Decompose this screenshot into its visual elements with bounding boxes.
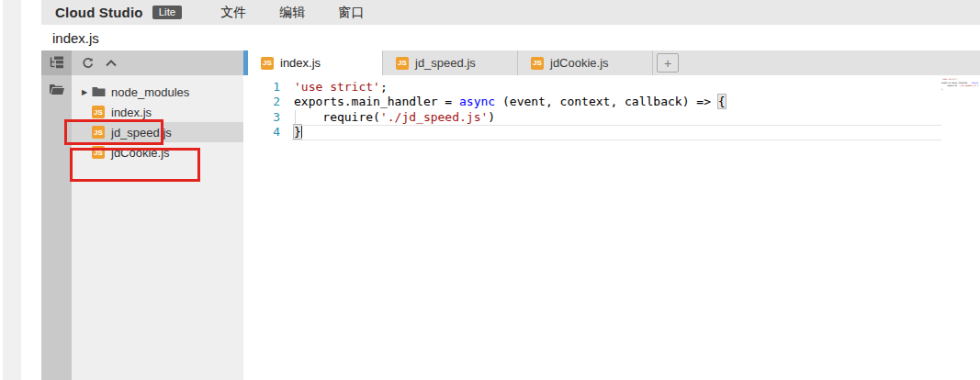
code-line-content: 'use strict'; xyxy=(294,80,388,95)
file-tree-icon[interactable] xyxy=(41,50,72,75)
sidebar-resize-sash[interactable] xyxy=(243,50,248,75)
code-token: ; xyxy=(380,80,388,94)
code-token: ) xyxy=(488,110,495,124)
menu-edit[interactable]: 编辑 xyxy=(279,5,305,21)
line-number: 2 xyxy=(243,95,280,109)
tree-item-jdCookie.js[interactable]: ▶ JS jdCookie.js xyxy=(72,142,243,162)
open-file-title: index.js xyxy=(52,30,99,46)
new-tab-button[interactable]: + xyxy=(657,53,679,73)
minimap[interactable]: 'use strict';exports.main_handler = asyn… xyxy=(941,78,980,100)
gutter-gap xyxy=(280,95,294,109)
js-file-icon: JS xyxy=(91,106,106,118)
indent-guide xyxy=(295,110,296,125)
text-cursor xyxy=(301,126,303,138)
minimap-line: } xyxy=(941,88,980,92)
folder-icon xyxy=(91,85,106,98)
code-token: (event, context, callback) => xyxy=(495,95,718,108)
lite-badge: Lite xyxy=(152,6,183,19)
code-editor[interactable]: 1 'use strict'; 2 exports.main_handler =… xyxy=(243,75,980,380)
explorer-header xyxy=(72,50,243,75)
refresh-icon[interactable] xyxy=(81,57,94,70)
tree-item-label: index.js xyxy=(111,106,152,119)
tree-item-label: jdCookie.js xyxy=(111,146,170,160)
tab-jd_speed.js[interactable]: JS jd_speed.js xyxy=(383,50,518,75)
workspace: ▶ JS node_modules ▶ JS index.js ▶ JS xyxy=(41,50,980,380)
tree-item-label: node_modules xyxy=(111,85,189,99)
line-number: 4 xyxy=(243,125,280,140)
app-window: Cloud Studio Lite 文件编辑窗口 index.js xyxy=(41,0,980,380)
editor-area: JS index.js JS jd_speed.js JS jdCookie.j… xyxy=(243,50,980,380)
code-line-content: } xyxy=(294,125,302,140)
gutter-gap xyxy=(280,125,294,140)
menu-window[interactable]: 窗口 xyxy=(338,5,364,21)
tab-jdCookie.js[interactable]: JS jdCookie.js xyxy=(518,50,653,75)
top-menu-bar: Cloud Studio Lite 文件编辑窗口 xyxy=(41,0,980,25)
menu-bar: 文件编辑窗口 xyxy=(220,5,364,21)
code-line[interactable]: 4 } xyxy=(243,125,980,140)
open-folder-icon[interactable] xyxy=(41,75,72,103)
tree-item-node_modules[interactable]: ▶ JS node_modules xyxy=(72,82,243,102)
code-token: 'use strict' xyxy=(294,80,380,94)
gutter-gap xyxy=(280,80,294,95)
tree-item-label: jd_speed.js xyxy=(111,126,172,140)
code-token: { xyxy=(717,94,727,109)
js-file-icon: JS xyxy=(91,126,106,139)
gutter-gap xyxy=(280,110,294,125)
code-token: './jd_speed.js' xyxy=(380,110,488,124)
tab-index.js[interactable]: JS index.js xyxy=(248,50,383,75)
js-file-icon: JS xyxy=(396,57,409,70)
code-token: async xyxy=(459,95,495,108)
code-token: require( xyxy=(294,110,380,124)
code-lines: 1 'use strict'; 2 exports.main_handler =… xyxy=(243,80,980,140)
tab-label: jdCookie.js xyxy=(550,56,609,70)
file-tree: ▶ JS node_modules ▶ JS index.js ▶ JS xyxy=(72,75,243,162)
code-line[interactable]: 3 require('./jd_speed.js') xyxy=(243,110,980,125)
tab-label: jd_speed.js xyxy=(415,56,476,70)
js-file-icon: JS xyxy=(91,146,106,159)
tab-bar: JS index.js JS jd_speed.js JS jdCookie.j… xyxy=(243,50,980,75)
collapse-up-icon[interactable] xyxy=(105,57,118,70)
tree-item-jd_speed.js[interactable]: ▶ JS jd_speed.js xyxy=(72,122,243,142)
title-bar: index.js xyxy=(41,25,980,50)
code-line[interactable]: 2 exports.main_handler = async (event, c… xyxy=(243,95,980,109)
minimap-line: require('./jd_speed.js') xyxy=(941,84,980,88)
tree-item-index.js[interactable]: ▶ JS index.js xyxy=(72,102,243,122)
tab-label: index.js xyxy=(280,56,321,70)
left-gutter-strip xyxy=(3,0,21,380)
screen: Cloud Studio Lite 文件编辑窗口 index.js xyxy=(0,0,980,380)
activity-bar xyxy=(41,50,72,380)
explorer-panel: ▶ JS node_modules ▶ JS index.js ▶ JS xyxy=(72,50,243,380)
app-logo: Cloud Studio xyxy=(55,5,143,20)
js-file-icon: JS xyxy=(261,57,274,70)
code-line-content: exports.main_handler = async (event, con… xyxy=(294,95,726,109)
line-number: 3 xyxy=(243,110,280,125)
expand-arrow-icon[interactable]: ▶ xyxy=(79,88,90,96)
line-number: 1 xyxy=(243,80,280,95)
js-file-icon: JS xyxy=(531,57,544,70)
code-line[interactable]: 1 'use strict'; xyxy=(243,80,980,95)
code-line-content: require('./jd_speed.js') xyxy=(294,110,495,125)
menu-file[interactable]: 文件 xyxy=(220,5,246,21)
code-token: exports.main_handler = xyxy=(294,95,459,108)
